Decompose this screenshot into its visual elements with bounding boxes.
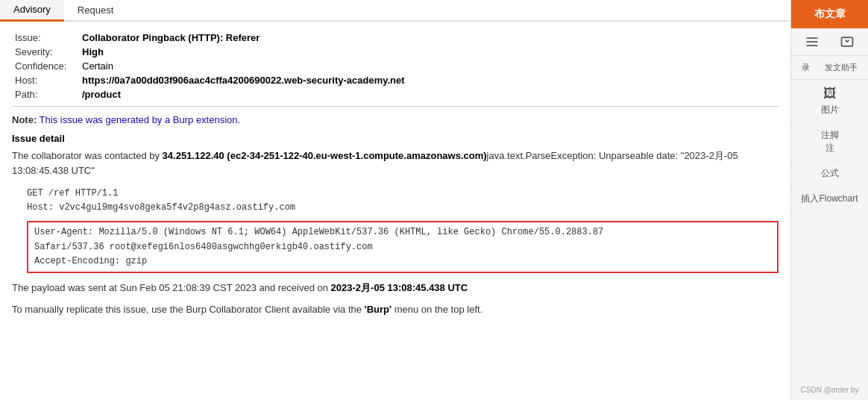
payload-section: The payload was sent at Sun Feb 05 21:08… (12, 281, 779, 296)
code-block: GET /ref HTTP/1.1 Host: v2vc4gul9mg4svo8… (12, 184, 779, 218)
payload-pre: The payload was sent at Sun Feb 05 21:08… (12, 282, 331, 293)
sidebar-login-row: 录 发文助手 (791, 56, 868, 80)
highlight-line-2: Safari/537.36 root@xefegi6nlos6400asgwch… (34, 240, 771, 254)
host-row: Host: https://0a7a00dd03f906aac4cffa4200… (12, 73, 779, 87)
path-value: /product (79, 87, 779, 101)
highlight-line-1: User-Agent: Mozilla/5.0 (Windows NT 6.1;… (34, 225, 771, 240)
replicate-text-1: To manually replicate this issue, use th… (12, 304, 365, 315)
publish-button[interactable]: 布文章 (791, 0, 868, 28)
issue-label: Issue: (12, 31, 79, 45)
confidence-label: Confidence: (12, 59, 79, 73)
flowchart-label: 插入Flowchart (801, 193, 858, 205)
note-section: Note: This issue was generated by a Burp… (12, 114, 779, 125)
code-line-1: GET /ref HTTP/1.1 (27, 187, 779, 201)
formula-label: 公式 (821, 167, 839, 180)
advisory-content: Issue: Collaborator Pingback (HTTP): Ref… (0, 22, 790, 400)
highlighted-code-block: User-Agent: Mozilla/5.0 (Windows NT 6.1;… (27, 221, 779, 273)
severity-value: High (79, 45, 779, 59)
host-label: Host: (12, 73, 79, 87)
assistant-label: 发文助手 (825, 62, 858, 73)
replicate-burp: 'Burp' (365, 304, 392, 315)
right-sidebar: 布文章 录 发文助手 🖼 图片 注脚 注 (790, 0, 868, 400)
sidebar-login-icon[interactable]: 录 (802, 62, 810, 73)
issue-detail-heading: Issue detail (12, 133, 779, 144)
highlight-line-3: Accept-Encoding: gzip (34, 254, 771, 269)
path-label: Path: (12, 87, 79, 101)
severity-row: Severity: High (12, 45, 779, 59)
note-link[interactable]: This issue was generated by a Burp exten… (40, 114, 241, 125)
severity-label: Severity: (12, 45, 79, 59)
note-label: Note: (12, 114, 37, 125)
replicate-section: To manually replicate this issue, use th… (12, 302, 779, 317)
image-label: 图片 (821, 104, 839, 116)
tab-advisory[interactable]: Advisory (0, 0, 64, 22)
issue-detail-intro: The collaborator was contacted by (12, 150, 163, 161)
code-line-2: Host: v2vc4gul9mg4svo8geka5f4v2p8g4asz.o… (27, 201, 779, 215)
issue-detail-ip: 34.251.122.40 (ec2-34-251-122-40.eu-west… (163, 150, 487, 161)
sidebar-icon-preview[interactable] (840, 34, 855, 49)
host-value: https://0a7a00dd03f906aac4cffa4200690022… (79, 73, 779, 87)
csdn-label: CSDN @order by (798, 380, 862, 400)
confidence-row: Confidence: Certain (12, 59, 779, 73)
payload-date: 2023-2月-05 13:08:45.438 UTC (331, 282, 468, 293)
tab-request[interactable]: Request (64, 0, 127, 20)
issue-row: Issue: Collaborator Pingback (HTTP): Ref… (12, 31, 779, 45)
issue-detail-text: The collaborator was contacted by 34.251… (12, 149, 779, 178)
issue-info-table: Issue: Collaborator Pingback (HTTP): Ref… (12, 31, 779, 101)
confidence-value: Certain (79, 59, 779, 73)
replicate-text-2: menu on the top left. (391, 304, 482, 315)
login-label: 录 (802, 62, 810, 73)
footnote-label-text: 注脚 (821, 129, 839, 142)
sidebar-formula-item[interactable]: 公式 (791, 161, 868, 187)
sidebar-top-icons (791, 28, 868, 56)
sidebar-flowchart-item[interactable]: 插入Flowchart (791, 187, 868, 212)
path-row: Path: /product (12, 87, 779, 101)
sidebar-footnote-item[interactable]: 注脚 注 (791, 123, 868, 161)
sidebar-assistant-icon[interactable]: 发文助手 (825, 62, 858, 73)
footnote-label-2: 注 (825, 142, 834, 154)
sidebar-icon-menu[interactable] (805, 34, 820, 49)
issue-value: Collaborator Pingback (HTTP): Referer (79, 31, 779, 45)
main-content: Advisory Request Issue: Collaborator Pin… (0, 0, 790, 400)
sidebar-image-item[interactable]: 🖼 图片 (791, 80, 868, 123)
image-icon: 🖼 (823, 86, 837, 101)
tab-bar: Advisory Request (0, 0, 790, 22)
info-divider (12, 106, 779, 107)
